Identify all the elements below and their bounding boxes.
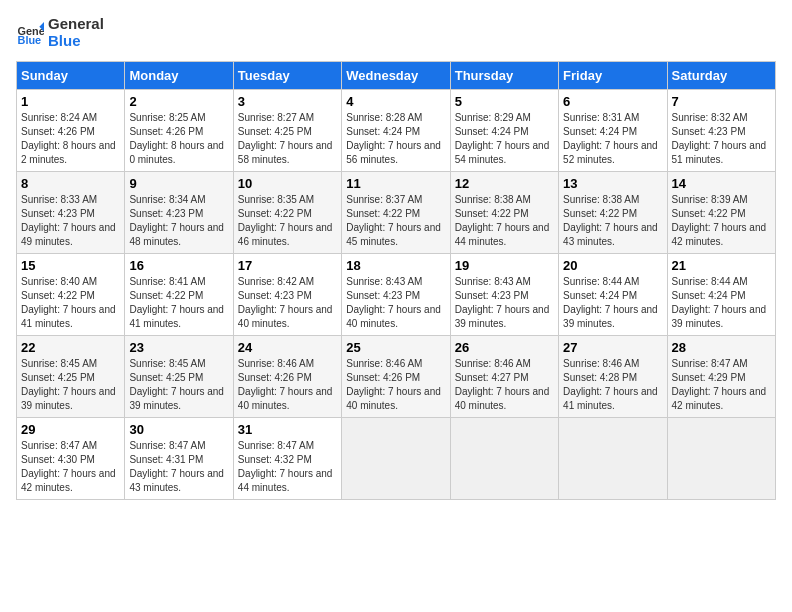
day-cell-15: 15Sunrise: 8:40 AMSunset: 4:22 PMDayligh…	[17, 254, 125, 336]
day-cell-11: 11Sunrise: 8:37 AMSunset: 4:22 PMDayligh…	[342, 172, 450, 254]
day-cell-14: 14Sunrise: 8:39 AMSunset: 4:22 PMDayligh…	[667, 172, 775, 254]
header-sunday: Sunday	[17, 62, 125, 90]
day-cell-1: 1Sunrise: 8:24 AMSunset: 4:26 PMDaylight…	[17, 90, 125, 172]
day-info: Sunrise: 8:44 AMSunset: 4:24 PMDaylight:…	[563, 275, 662, 331]
day-number: 14	[672, 176, 771, 191]
day-info: Sunrise: 8:37 AMSunset: 4:22 PMDaylight:…	[346, 193, 445, 249]
day-cell-24: 24Sunrise: 8:46 AMSunset: 4:26 PMDayligh…	[233, 336, 341, 418]
day-cell-29: 29Sunrise: 8:47 AMSunset: 4:30 PMDayligh…	[17, 418, 125, 500]
day-number: 18	[346, 258, 445, 273]
day-info: Sunrise: 8:42 AMSunset: 4:23 PMDaylight:…	[238, 275, 337, 331]
empty-cell	[342, 418, 450, 500]
day-number: 21	[672, 258, 771, 273]
header-wednesday: Wednesday	[342, 62, 450, 90]
day-number: 6	[563, 94, 662, 109]
header-saturday: Saturday	[667, 62, 775, 90]
day-cell-20: 20Sunrise: 8:44 AMSunset: 4:24 PMDayligh…	[559, 254, 667, 336]
day-number: 17	[238, 258, 337, 273]
day-cell-27: 27Sunrise: 8:46 AMSunset: 4:28 PMDayligh…	[559, 336, 667, 418]
day-cell-23: 23Sunrise: 8:45 AMSunset: 4:25 PMDayligh…	[125, 336, 233, 418]
day-number: 25	[346, 340, 445, 355]
day-number: 9	[129, 176, 228, 191]
calendar-header-row: SundayMondayTuesdayWednesdayThursdayFrid…	[17, 62, 776, 90]
header-tuesday: Tuesday	[233, 62, 341, 90]
header-thursday: Thursday	[450, 62, 558, 90]
empty-cell	[667, 418, 775, 500]
logo-blue: Blue	[48, 33, 104, 50]
day-info: Sunrise: 8:35 AMSunset: 4:22 PMDaylight:…	[238, 193, 337, 249]
logo: General Blue General Blue	[16, 16, 104, 49]
day-number: 10	[238, 176, 337, 191]
day-info: Sunrise: 8:29 AMSunset: 4:24 PMDaylight:…	[455, 111, 554, 167]
day-cell-16: 16Sunrise: 8:41 AMSunset: 4:22 PMDayligh…	[125, 254, 233, 336]
day-info: Sunrise: 8:28 AMSunset: 4:24 PMDaylight:…	[346, 111, 445, 167]
day-cell-3: 3Sunrise: 8:27 AMSunset: 4:25 PMDaylight…	[233, 90, 341, 172]
day-info: Sunrise: 8:46 AMSunset: 4:28 PMDaylight:…	[563, 357, 662, 413]
day-info: Sunrise: 8:24 AMSunset: 4:26 PMDaylight:…	[21, 111, 120, 167]
day-cell-7: 7Sunrise: 8:32 AMSunset: 4:23 PMDaylight…	[667, 90, 775, 172]
day-number: 30	[129, 422, 228, 437]
day-number: 7	[672, 94, 771, 109]
day-number: 26	[455, 340, 554, 355]
day-info: Sunrise: 8:44 AMSunset: 4:24 PMDaylight:…	[672, 275, 771, 331]
header-friday: Friday	[559, 62, 667, 90]
calendar-week-1: 1Sunrise: 8:24 AMSunset: 4:26 PMDaylight…	[17, 90, 776, 172]
day-number: 15	[21, 258, 120, 273]
svg-text:Blue: Blue	[18, 33, 42, 45]
day-info: Sunrise: 8:34 AMSunset: 4:23 PMDaylight:…	[129, 193, 228, 249]
day-number: 22	[21, 340, 120, 355]
day-cell-31: 31Sunrise: 8:47 AMSunset: 4:32 PMDayligh…	[233, 418, 341, 500]
day-info: Sunrise: 8:43 AMSunset: 4:23 PMDaylight:…	[346, 275, 445, 331]
calendar-body: 1Sunrise: 8:24 AMSunset: 4:26 PMDaylight…	[17, 90, 776, 500]
day-cell-13: 13Sunrise: 8:38 AMSunset: 4:22 PMDayligh…	[559, 172, 667, 254]
day-info: Sunrise: 8:31 AMSunset: 4:24 PMDaylight:…	[563, 111, 662, 167]
calendar-week-4: 22Sunrise: 8:45 AMSunset: 4:25 PMDayligh…	[17, 336, 776, 418]
calendar-week-2: 8Sunrise: 8:33 AMSunset: 4:23 PMDaylight…	[17, 172, 776, 254]
day-cell-17: 17Sunrise: 8:42 AMSunset: 4:23 PMDayligh…	[233, 254, 341, 336]
day-info: Sunrise: 8:25 AMSunset: 4:26 PMDaylight:…	[129, 111, 228, 167]
logo-icon: General Blue	[16, 19, 44, 47]
day-info: Sunrise: 8:45 AMSunset: 4:25 PMDaylight:…	[21, 357, 120, 413]
day-info: Sunrise: 8:47 AMSunset: 4:31 PMDaylight:…	[129, 439, 228, 495]
day-number: 20	[563, 258, 662, 273]
day-cell-28: 28Sunrise: 8:47 AMSunset: 4:29 PMDayligh…	[667, 336, 775, 418]
day-info: Sunrise: 8:43 AMSunset: 4:23 PMDaylight:…	[455, 275, 554, 331]
day-number: 12	[455, 176, 554, 191]
day-number: 29	[21, 422, 120, 437]
day-info: Sunrise: 8:32 AMSunset: 4:23 PMDaylight:…	[672, 111, 771, 167]
day-number: 1	[21, 94, 120, 109]
day-info: Sunrise: 8:33 AMSunset: 4:23 PMDaylight:…	[21, 193, 120, 249]
day-cell-25: 25Sunrise: 8:46 AMSunset: 4:26 PMDayligh…	[342, 336, 450, 418]
day-cell-30: 30Sunrise: 8:47 AMSunset: 4:31 PMDayligh…	[125, 418, 233, 500]
day-cell-4: 4Sunrise: 8:28 AMSunset: 4:24 PMDaylight…	[342, 90, 450, 172]
day-cell-26: 26Sunrise: 8:46 AMSunset: 4:27 PMDayligh…	[450, 336, 558, 418]
calendar-table: SundayMondayTuesdayWednesdayThursdayFrid…	[16, 61, 776, 500]
day-info: Sunrise: 8:47 AMSunset: 4:30 PMDaylight:…	[21, 439, 120, 495]
day-info: Sunrise: 8:38 AMSunset: 4:22 PMDaylight:…	[455, 193, 554, 249]
empty-cell	[559, 418, 667, 500]
day-number: 16	[129, 258, 228, 273]
day-cell-19: 19Sunrise: 8:43 AMSunset: 4:23 PMDayligh…	[450, 254, 558, 336]
day-info: Sunrise: 8:47 AMSunset: 4:32 PMDaylight:…	[238, 439, 337, 495]
day-cell-21: 21Sunrise: 8:44 AMSunset: 4:24 PMDayligh…	[667, 254, 775, 336]
calendar-week-3: 15Sunrise: 8:40 AMSunset: 4:22 PMDayligh…	[17, 254, 776, 336]
day-number: 4	[346, 94, 445, 109]
calendar-week-5: 29Sunrise: 8:47 AMSunset: 4:30 PMDayligh…	[17, 418, 776, 500]
day-cell-18: 18Sunrise: 8:43 AMSunset: 4:23 PMDayligh…	[342, 254, 450, 336]
day-number: 8	[21, 176, 120, 191]
day-number: 23	[129, 340, 228, 355]
day-number: 13	[563, 176, 662, 191]
header-monday: Monday	[125, 62, 233, 90]
page-header: General Blue General Blue	[16, 16, 776, 49]
day-info: Sunrise: 8:41 AMSunset: 4:22 PMDaylight:…	[129, 275, 228, 331]
day-cell-2: 2Sunrise: 8:25 AMSunset: 4:26 PMDaylight…	[125, 90, 233, 172]
day-info: Sunrise: 8:46 AMSunset: 4:26 PMDaylight:…	[346, 357, 445, 413]
day-cell-5: 5Sunrise: 8:29 AMSunset: 4:24 PMDaylight…	[450, 90, 558, 172]
day-info: Sunrise: 8:46 AMSunset: 4:27 PMDaylight:…	[455, 357, 554, 413]
day-number: 24	[238, 340, 337, 355]
day-number: 31	[238, 422, 337, 437]
empty-cell	[450, 418, 558, 500]
logo-general: General	[48, 16, 104, 33]
day-cell-12: 12Sunrise: 8:38 AMSunset: 4:22 PMDayligh…	[450, 172, 558, 254]
day-cell-9: 9Sunrise: 8:34 AMSunset: 4:23 PMDaylight…	[125, 172, 233, 254]
